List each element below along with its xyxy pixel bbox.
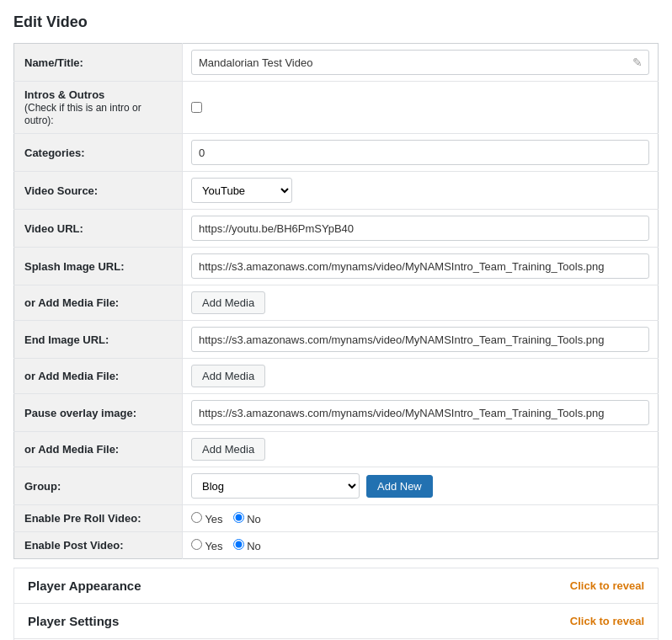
edit-icon: ✎	[632, 56, 643, 69]
splash-image-label: Splash Image URL:	[14, 248, 183, 285]
video-source-label: Video Source:	[14, 172, 183, 210]
name-input[interactable]	[191, 50, 649, 75]
player-settings-reveal[interactable]: Click to reveal	[570, 615, 644, 627]
post-video-yes-label: Yes	[191, 539, 223, 552]
player-appearance-section[interactable]: Player Appearance Click to reveal	[13, 568, 659, 604]
pause-add-media-button[interactable]: Add Media	[191, 438, 265, 461]
post-video-yes-radio[interactable]	[191, 539, 202, 550]
player-appearance-reveal[interactable]: Click to reveal	[570, 579, 644, 592]
intros-checkbox-row	[191, 102, 649, 113]
post-video-no-radio[interactable]	[233, 539, 244, 550]
pause-overlay-input[interactable]	[191, 400, 649, 425]
player-appearance-title: Player Appearance	[28, 579, 141, 593]
add-new-group-button[interactable]: Add New	[366, 475, 433, 498]
or-add-media-label-3: or Add Media File:	[14, 432, 183, 467]
name-label: Name/Title:	[14, 44, 183, 82]
or-add-media-label-1: or Add Media File:	[14, 285, 183, 321]
player-settings-title: Player Settings	[28, 614, 119, 628]
or-add-media-label-2: or Add Media File:	[14, 359, 183, 394]
intros-label: Intros & Outros (Check if this is an int…	[14, 82, 183, 134]
video-url-label: Video URL:	[14, 210, 183, 248]
pre-roll-yes-radio[interactable]	[191, 512, 202, 523]
splash-add-media-button[interactable]: Add Media	[191, 291, 265, 314]
pre-roll-radio-group: Yes No	[191, 512, 649, 525]
post-video-label: Enable Post Video:	[14, 532, 183, 559]
post-video-no-label: No	[233, 539, 261, 552]
splash-image-input[interactable]	[191, 253, 649, 279]
page-title: Edit Video	[13, 13, 659, 31]
end-image-input[interactable]	[191, 327, 649, 352]
video-source-select[interactable]: YouTube Vimeo Self-Hosted	[191, 178, 292, 203]
end-image-label: End Image URL:	[14, 321, 183, 359]
player-settings-section[interactable]: Player Settings Click to reveal	[13, 604, 659, 639]
post-video-radio-group: Yes No	[191, 539, 649, 552]
end-add-media-button[interactable]: Add Media	[191, 365, 265, 387]
group-label: Group:	[14, 467, 183, 505]
categories-label: Categories:	[14, 134, 183, 172]
pre-roll-yes-label: Yes	[191, 512, 223, 525]
pre-roll-label: Enable Pre Roll Video:	[14, 505, 183, 532]
categories-input[interactable]	[191, 140, 649, 165]
group-select-group: Blog None Add New	[191, 473, 649, 499]
video-url-input[interactable]	[191, 216, 649, 241]
name-input-wrapper: ✎	[191, 50, 649, 75]
edit-video-form: Name/Title: ✎ Intros & Outros (Check if …	[13, 43, 659, 559]
pre-roll-no-radio[interactable]	[233, 512, 244, 523]
group-select[interactable]: Blog None	[191, 473, 360, 499]
pre-roll-no-label: No	[233, 512, 261, 525]
intros-checkbox[interactable]	[191, 102, 202, 113]
pause-overlay-label: Pause overlay image:	[14, 394, 183, 432]
